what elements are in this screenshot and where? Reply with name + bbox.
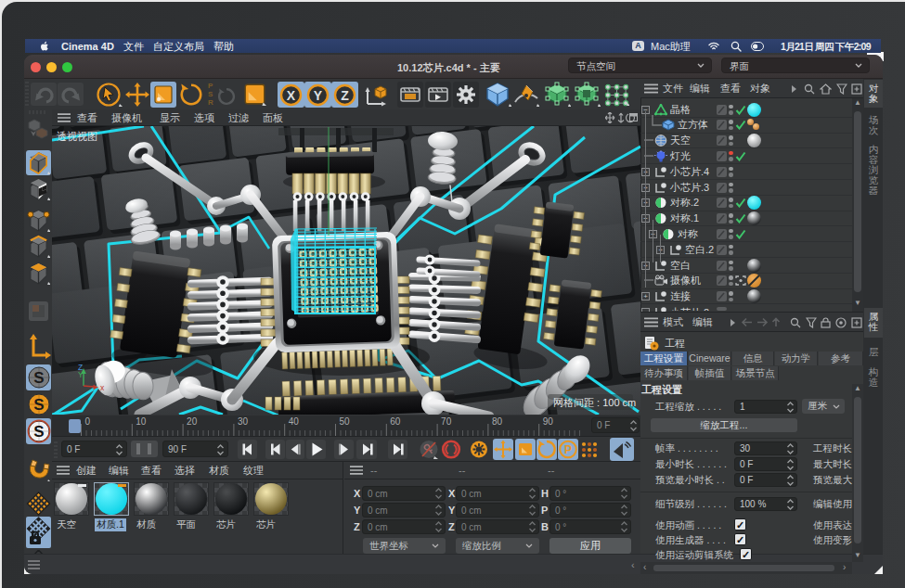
svg-text:Y: Y: [78, 370, 84, 379]
svg-text:S: S: [33, 369, 44, 387]
svg-text:Y: Y: [314, 88, 323, 103]
svg-text:X: X: [287, 88, 296, 103]
svg-text:透视视图: 透视视图: [57, 131, 97, 142]
svg-text:S: S: [33, 423, 44, 441]
svg-text:网格间距 : 100 cm: 网格间距 : 100 cm: [553, 397, 636, 408]
svg-text:S: S: [33, 396, 44, 414]
svg-text:P: P: [564, 443, 572, 456]
svg-text:Z: Z: [341, 88, 349, 103]
